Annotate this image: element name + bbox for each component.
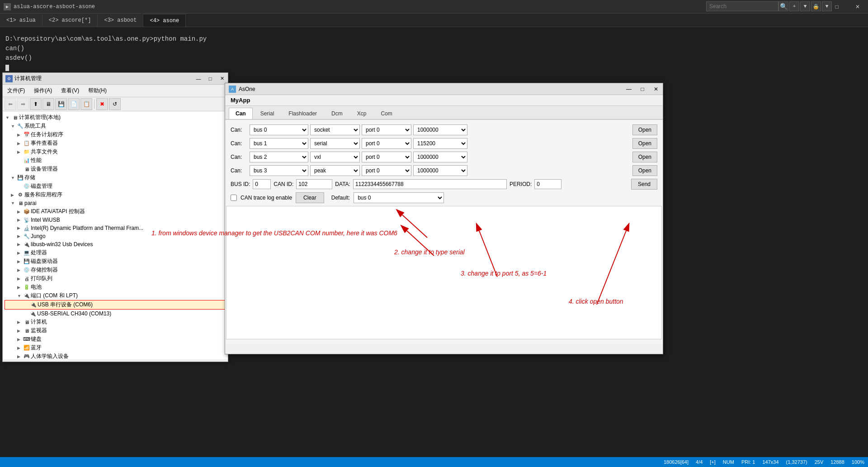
default-bus-select[interactable]: bus 0bus 1bus 2bus 3 xyxy=(354,192,444,203)
can-port-select-3[interactable]: port 0port 1port 2port 3 xyxy=(362,165,411,176)
tab-com[interactable]: Com xyxy=(374,108,399,119)
can-type-select-0[interactable]: socketserialvxlpeak xyxy=(310,124,360,135)
tree-human-input[interactable]: ▶ 🎮 人体学输入设备 xyxy=(5,352,226,359)
data-input[interactable] xyxy=(353,179,507,189)
minimize-button[interactable]: — xyxy=(806,0,826,14)
status-value: 12888 xyxy=(830,459,844,465)
tree-system-tools[interactable]: ▼ 🔧 系统工具 xyxy=(5,122,226,130)
can-port-select-0[interactable]: port 0port 1port 2port 3port 4port 5 xyxy=(362,124,411,135)
tree-bluetooth[interactable]: ▶ 📶 蓝牙 xyxy=(5,343,226,352)
tree-usb-serial-ch340[interactable]: 🔌 USB-SERIAL CH340 (COM13) xyxy=(5,310,226,318)
tree-disk-manager[interactable]: 💿 磁盘管理 xyxy=(5,182,226,191)
can-open-btn-1[interactable]: Open xyxy=(632,138,657,149)
can-type-select-3[interactable]: socketserialvxlpeak xyxy=(310,165,360,176)
tab-xcp[interactable]: Xcp xyxy=(350,108,373,119)
can-bus-select-0[interactable]: bus 0bus 1bus 2bus 3 xyxy=(250,124,308,135)
period-input[interactable] xyxy=(534,179,561,189)
can-baud-select-3[interactable]: 1000000500000250000 xyxy=(413,165,467,176)
clear-button[interactable]: Clear xyxy=(296,192,324,203)
can-baud-select-1[interactable]: 1000000500000115200 xyxy=(413,138,467,149)
tab-aslua[interactable]: <1> aslua xyxy=(0,14,42,27)
tree-intel-wiusb[interactable]: ▶ 📡 Intel WiUSB xyxy=(5,216,226,224)
dm-toolbar-btn9[interactable]: ↺ xyxy=(109,98,121,110)
can-baud-select-2[interactable]: 1000000500000250000 xyxy=(413,152,467,162)
dm-menu-help[interactable]: 帮助(H) xyxy=(84,86,111,96)
tree-services[interactable]: ▶ ⚙ 服务和应用程序 xyxy=(5,191,226,199)
tab-asone[interactable]: <4> asone xyxy=(143,14,186,27)
bus-id-label: BUS ID: xyxy=(231,181,250,187)
tree-task-scheduler[interactable]: ▶ 📅 任务计划程序 xyxy=(5,130,226,139)
can-port-select-1[interactable]: port 0port 1port 2port 3port 4port 5 xyxy=(362,138,411,149)
terminal-tabs: <1> aslua <2> ascore[*] <3> asboot <4> a… xyxy=(0,14,868,27)
tree-usb-serial-com6[interactable]: 🔌 USB 串行设备 (COM6) xyxy=(5,300,226,310)
can-open-btn-0[interactable]: Open xyxy=(632,124,657,135)
dm-toolbar-btn3[interactable]: ⬆ xyxy=(30,98,42,110)
trace-row: CAN trace log enable Clear Default: bus … xyxy=(231,192,657,203)
status-dimensions: 147x34 xyxy=(763,459,779,465)
can-baud-select-0[interactable]: 1000000500000250000 xyxy=(413,124,467,135)
tree-device-manager[interactable]: 🖥 设备管理器 xyxy=(5,165,226,173)
tree-event-viewer[interactable]: ▶ 📋 事件查看器 xyxy=(5,139,226,148)
tree-computer-root[interactable]: ▼ 🖥 计算机管理(本地) xyxy=(5,113,226,122)
dm-toolbar-btn6[interactable]: 📄 xyxy=(68,98,80,110)
status-coords: (1,32737) xyxy=(786,459,807,465)
tree-intel-dynamic[interactable]: ▶ 🔬 Intel(R) Dynamic Platform and Therma… xyxy=(5,224,226,232)
can-bus-select-3[interactable]: bus 0bus 1bus 2bus 3 xyxy=(250,165,308,176)
tab-dcm[interactable]: Dcm xyxy=(325,108,349,119)
can-port-select-2[interactable]: port 0port 1port 2port 3 xyxy=(362,152,411,162)
tree-ide-ata[interactable]: ▶ 📦 IDE ATA/ATAPI 控制器 xyxy=(5,207,226,216)
tree-disk[interactable]: ▶ 💾 磁盘驱动器 xyxy=(5,257,226,266)
trace-log-checkbox[interactable] xyxy=(231,195,237,201)
dm-menu-file[interactable]: 文件(F) xyxy=(3,86,29,96)
tab-asboot[interactable]: <3> asboot xyxy=(98,14,143,27)
dm-toolbar-btn7[interactable]: 📋 xyxy=(80,98,92,110)
tab-ascore[interactable]: <2> ascore[*] xyxy=(42,14,98,27)
tree-jungo[interactable]: ▶ 🔧 Jungo xyxy=(5,232,226,240)
tree-performance[interactable]: 📊 性能 xyxy=(5,156,226,165)
tab-can[interactable]: Can xyxy=(229,108,253,119)
tree-print-queue[interactable]: ▶ 🖨 打印队列 xyxy=(5,274,226,283)
can-id-input[interactable] xyxy=(296,179,332,189)
tab-flashloader[interactable]: Flashloader xyxy=(282,108,324,119)
tree-keyboard[interactable]: ▶ ⌨ 键盘 xyxy=(5,335,226,343)
can-bus-select-1[interactable]: bus 0bus 1bus 2bus 3 xyxy=(250,138,308,149)
can-type-select-2[interactable]: socketserialvxlpeak xyxy=(310,152,360,162)
tree-parai[interactable]: ▼ 🖥 parai xyxy=(5,199,226,207)
tree-storage-controller[interactable]: ▶ 💿 存储控制器 xyxy=(5,266,226,274)
can-bus-select-2[interactable]: bus 0bus 1bus 2bus 3 xyxy=(250,152,308,162)
status-fraction: 4/4 xyxy=(696,459,703,465)
can-log-area xyxy=(226,206,662,339)
dm-maximize[interactable]: □ xyxy=(204,73,216,85)
can-open-btn-3[interactable]: Open xyxy=(632,165,657,176)
asone-close[interactable]: ✕ xyxy=(649,83,663,95)
tree-monitor[interactable]: ▶ 🖥 监视器 xyxy=(5,326,226,335)
dm-toolbar-btn5[interactable]: 💾 xyxy=(55,98,67,110)
maximize-button[interactable]: □ xyxy=(826,0,847,14)
dm-minimize[interactable]: — xyxy=(193,73,204,85)
tree-computer[interactable]: ▶ 🖥 计算机 xyxy=(5,318,226,326)
asone-maximize[interactable]: □ xyxy=(636,83,649,95)
asone-window-controls: — □ ✕ xyxy=(622,83,663,95)
bus-id-input[interactable] xyxy=(253,179,271,189)
tree-processor[interactable]: ▶ 💻 处理器 xyxy=(5,248,226,257)
tab-serial[interactable]: Serial xyxy=(254,108,281,119)
dm-menu-action[interactable]: 操作(A) xyxy=(29,86,57,96)
tree-shared-folders[interactable]: ▶ 📁 共享文件夹 xyxy=(5,148,226,156)
dm-toolbar-btn4[interactable]: 🖥 xyxy=(42,98,54,110)
status-numlock: NUM xyxy=(723,459,734,465)
tree-libusb[interactable]: ▶ 🔌 libusb-win32 Usb Devices xyxy=(5,240,226,248)
asone-minimize[interactable]: — xyxy=(622,83,636,95)
send-button[interactable]: Send xyxy=(631,179,657,190)
tree-storage[interactable]: ▼ 💾 存储 xyxy=(5,173,226,182)
dm-toolbar-btn8[interactable]: ✖ xyxy=(96,98,108,110)
tree-port-group[interactable]: ▼ 🔌 端口 (COM 和 LPT) xyxy=(5,291,226,300)
can-type-select-1[interactable]: socketserialvxlpeak xyxy=(310,138,360,149)
can-open-btn-2[interactable]: Open xyxy=(632,152,657,162)
tree-battery[interactable]: ▶ 🔋 电池 xyxy=(5,283,226,291)
toolbar-add-btn[interactable]: + xyxy=(789,1,799,11)
close-button[interactable]: ✕ xyxy=(847,0,868,14)
search-button[interactable]: 🔍 xyxy=(778,1,788,11)
dm-menu-view[interactable]: 查看(V) xyxy=(57,86,84,96)
search-input[interactable] xyxy=(706,1,778,11)
can-row-0: Can: bus 0bus 1bus 2bus 3 socketserialvx… xyxy=(231,124,657,135)
